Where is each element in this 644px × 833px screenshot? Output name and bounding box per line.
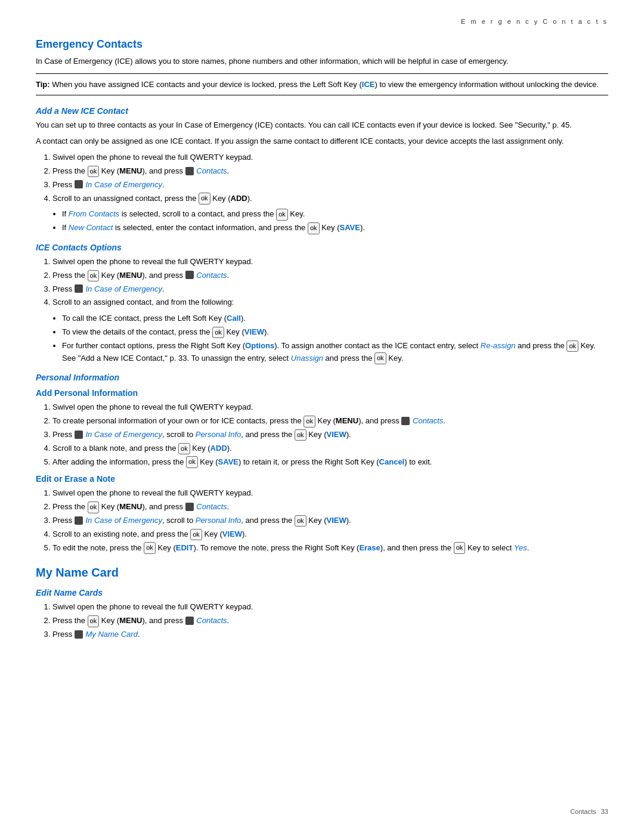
contacts-link: Contacts (196, 166, 227, 175)
edit-erase-note-title: Edit or Erase a Note (36, 474, 608, 484)
ok-key-icon: ok (276, 209, 288, 221)
erase-label: Erase (359, 543, 380, 552)
ice-link: In Case of Emergency (85, 430, 162, 439)
ok-key-icon: ok (88, 615, 100, 627)
list-item: Swivel open the phone to reveal the full… (52, 151, 608, 164)
ok-key-icon: ok (88, 501, 100, 513)
edit-name-cards-title: Edit Name Cards (36, 588, 608, 597)
list-item: Swivel open the phone to reveal the full… (52, 401, 608, 414)
list-item: Press In Case of Emergency, scroll to Pe… (52, 429, 608, 441)
emergency-contacts-title: Emergency Contacts (36, 38, 608, 51)
ok-key-icon: ok (144, 542, 156, 554)
menu-label: MENU (119, 616, 142, 625)
call-label: Call (227, 314, 241, 323)
ok-key-icon: ok (178, 443, 190, 455)
ice-contacts-options-section: ICE Contacts Options Swivel open the pho… (36, 243, 608, 364)
add-new-ice-steps: Swivel open the phone to reveal the full… (52, 151, 608, 205)
personal-information-title: Personal Information (36, 373, 608, 382)
personal-information-section: Personal Information Add Personal Inform… (36, 373, 608, 554)
list-item: If New Contact is selected, enter the co… (62, 222, 608, 234)
list-item: To create personal information of your o… (52, 415, 608, 428)
menu-label: MENU (119, 271, 142, 280)
ok-key-icon: ok (308, 222, 320, 234)
add-new-ice-para1: You can set up to three contacts as your… (36, 119, 608, 131)
edit-label: EDIT (176, 543, 194, 552)
contacts-icon (185, 271, 194, 279)
list-item: To edit the note, press the ok Key (EDIT… (52, 542, 608, 555)
ice-contacts-options-title: ICE Contacts Options (36, 243, 608, 252)
list-item: Press the ok Key (MENU), and press Conta… (52, 615, 608, 627)
footer-contacts-label: Contacts (570, 808, 596, 815)
contacts-icon (401, 417, 410, 425)
tip-text: When you have assigned ICE contacts and … (52, 80, 362, 89)
contacts-icon (75, 431, 83, 439)
header-title: E m e r g e n c y C o n t a c t s (461, 18, 608, 25)
list-item: Press the ok Key (MENU), and press Conta… (52, 501, 608, 513)
options-label: Options (245, 341, 274, 350)
tip-label: Tip: (36, 80, 50, 89)
reassign-link: Re-assign (481, 341, 516, 350)
view-label: VIEW (327, 516, 346, 525)
list-item: Scroll to a blank note, and press the ok… (52, 442, 608, 455)
ok-key-icon: ok (88, 166, 100, 178)
view-label: VIEW (327, 430, 346, 439)
ok-key-icon: ok (199, 193, 210, 205)
menu-label: MENU (119, 166, 142, 175)
ice-link: In Case of Emergency (85, 516, 162, 525)
list-item: Press In Case of Emergency, scroll to Pe… (52, 515, 608, 527)
menu-label: MENU (336, 416, 358, 425)
save-label: SAVE (218, 457, 239, 466)
emergency-contacts-intro: In Case of Emergency (ICE) allows you to… (36, 55, 608, 67)
add-new-ice-para2: A contact can only be assigned as one IC… (36, 135, 608, 147)
my-name-card-title: My Name Card (36, 566, 608, 580)
add-personal-info-steps: Swivel open the phone to reveal the full… (52, 401, 608, 468)
contacts-link: Contacts (413, 416, 443, 425)
save-label: SAVE (339, 223, 360, 232)
ok-key-icon: ok (88, 270, 100, 282)
new-contact-link: New Contact (69, 223, 113, 232)
edit-erase-note-subsection: Edit or Erase a Note Swivel open the pho… (36, 474, 608, 554)
tip-text2: ) to view the emergency information with… (374, 80, 599, 89)
edit-erase-note-steps: Swivel open the phone to reveal the full… (52, 487, 608, 554)
list-item: Press the ok Key (MENU), and press Conta… (52, 165, 608, 178)
tip-ice-link: ICE (362, 80, 375, 89)
tip-box: Tip: When you have assigned ICE contacts… (36, 73, 608, 96)
from-contacts-link: From Contacts (69, 209, 119, 218)
contacts-icon (185, 503, 194, 511)
ice-link: In Case of Emergency (85, 180, 162, 189)
footer-page-number: 33 (601, 808, 608, 815)
ok-key-icon: ok (295, 515, 306, 527)
personal-info-link: Personal Info (196, 516, 242, 525)
edit-name-cards-steps: Swivel open the phone to reveal the full… (52, 601, 608, 640)
list-item: Scroll to an unassigned contact, press t… (52, 193, 608, 205)
list-item: To view the details of the contact, pres… (62, 326, 608, 339)
list-item: Press In Case of Emergency. (52, 179, 608, 191)
personal-info-link: Personal Info (196, 430, 242, 439)
ok-key-icon: ok (454, 542, 466, 554)
add-personal-info-subsection: Add Personal Information Swivel open the… (36, 388, 608, 468)
menu-label: MENU (119, 502, 142, 511)
ok-key-icon: ok (186, 456, 198, 468)
page-header: E m e r g e n c y C o n t a c t s (36, 18, 608, 27)
contacts-icon (185, 167, 194, 175)
my-name-card-link: My Name Card (85, 630, 137, 639)
contacts-icon (75, 516, 83, 525)
add-label: ADD (231, 194, 247, 203)
list-item: Press In Case of Emergency. (52, 283, 608, 296)
list-item: Press My Name Card. (52, 628, 608, 641)
cancel-label: Cancel (379, 457, 405, 466)
list-item: Swivel open the phone to reveal the full… (52, 601, 608, 614)
view-label: VIEW (222, 529, 242, 538)
list-item: To call the ICE contact, press the Left … (62, 312, 608, 325)
contacts-icon (75, 180, 83, 188)
yes-link: Yes (514, 543, 527, 552)
emergency-contacts-section: Emergency Contacts In Case of Emergency … (36, 38, 608, 554)
list-item: Scroll to an assigned contact, and from … (52, 296, 608, 309)
contacts-icon (75, 630, 83, 639)
contacts-link: Contacts (196, 271, 227, 280)
contacts-link: Contacts (196, 616, 227, 625)
list-item: After adding the information, press the … (52, 456, 608, 469)
list-item: Scroll to an existing note, and press th… (52, 528, 608, 541)
ice-contacts-options-steps: Swivel open the phone to reveal the full… (52, 256, 608, 309)
list-item: Press the ok Key (MENU), and press Conta… (52, 270, 608, 282)
